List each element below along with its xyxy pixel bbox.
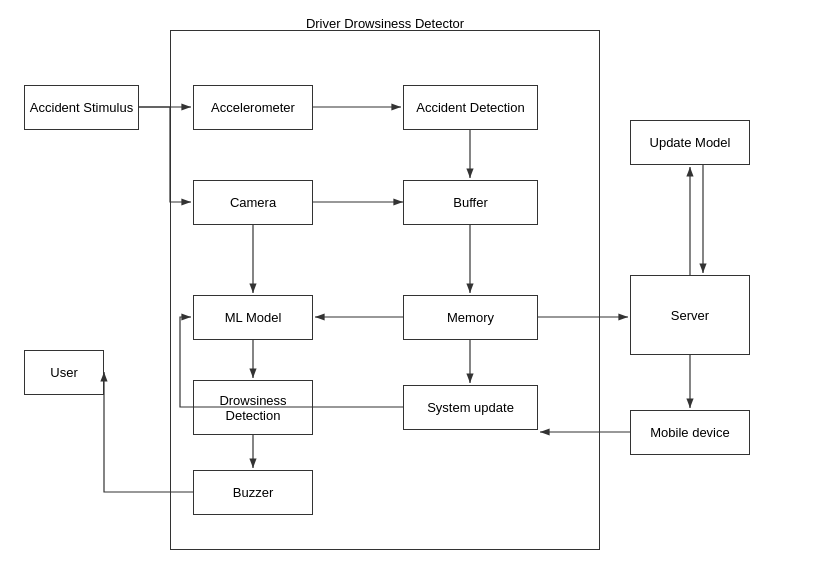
diagram-title: Driver Drowsiness Detector xyxy=(170,16,600,31)
drowsiness-detection-box: Drowsiness Detection xyxy=(193,380,313,435)
accident-detection-box: Accident Detection xyxy=(403,85,538,130)
accelerometer-box: Accelerometer xyxy=(193,85,313,130)
memory-box: Memory xyxy=(403,295,538,340)
system-update-box: System update xyxy=(403,385,538,430)
camera-box: Camera xyxy=(193,180,313,225)
diagram-container: Driver Drowsiness Detector Accident Stim… xyxy=(10,10,804,566)
mobile-device-box: Mobile device xyxy=(630,410,750,455)
ml-model-box: ML Model xyxy=(193,295,313,340)
buffer-box: Buffer xyxy=(403,180,538,225)
user-box: User xyxy=(24,350,104,395)
update-model-box: Update Model xyxy=(630,120,750,165)
accident-stimulus-box: Accident Stimulus xyxy=(24,85,139,130)
buzzer-box: Buzzer xyxy=(193,470,313,515)
server-box: Server xyxy=(630,275,750,355)
